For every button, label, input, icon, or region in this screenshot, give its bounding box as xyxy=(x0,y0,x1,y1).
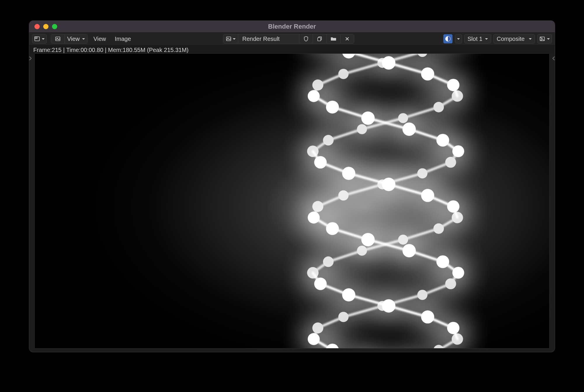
color-management-dropdown[interactable] xyxy=(455,34,462,43)
svg-point-139 xyxy=(402,123,416,136)
render-image xyxy=(35,54,549,348)
expand-sidebar-right-icon xyxy=(552,56,555,62)
svg-point-140 xyxy=(437,134,449,147)
svg-point-181 xyxy=(314,278,327,290)
render-pass-selector[interactable]: Composite xyxy=(493,34,535,43)
svg-point-147 xyxy=(452,267,464,279)
svg-point-180 xyxy=(447,200,459,212)
editor-type-selector[interactable] xyxy=(32,34,47,43)
window-controls xyxy=(34,24,57,29)
svg-point-142 xyxy=(308,212,320,224)
svg-point-175 xyxy=(447,79,459,91)
render-status-text: Frame:215 | Time:00:00.80 | Mem:180.55M … xyxy=(33,47,189,53)
mode-view-group: View xyxy=(51,34,88,43)
color-management-icon xyxy=(445,36,451,42)
image-name-field[interactable]: Render Result xyxy=(238,34,299,43)
svg-point-184 xyxy=(421,310,434,323)
svg-point-148 xyxy=(308,333,320,345)
shield-icon xyxy=(303,36,309,42)
svg-point-146 xyxy=(437,255,449,268)
svg-point-173 xyxy=(382,56,395,70)
titlebar: Blender Render xyxy=(29,21,555,32)
render-viewport[interactable] xyxy=(34,53,550,349)
zoom-window-button[interactable] xyxy=(52,24,57,29)
expand-toolbar-left-icon xyxy=(29,56,32,62)
duplicate-icon xyxy=(317,36,323,42)
view-menu[interactable]: View xyxy=(91,36,109,42)
minimize-window-button[interactable] xyxy=(43,24,48,29)
folder-icon xyxy=(330,36,337,42)
image-browse-icon xyxy=(226,36,232,42)
svg-rect-8 xyxy=(318,38,321,41)
channels-icon xyxy=(539,36,545,42)
close-icon xyxy=(345,36,350,41)
svg-point-141 xyxy=(452,145,464,157)
view-menu-label: View xyxy=(93,36,106,42)
fake-user-button[interactable] xyxy=(299,34,313,43)
window-title: Blender Render xyxy=(29,23,555,30)
image-name: Render Result xyxy=(242,36,280,42)
svg-point-174 xyxy=(421,67,434,81)
render-status-line: Frame:215 | Time:00:00.80 | Mem:180.55M … xyxy=(29,45,555,54)
svg-point-185 xyxy=(447,322,459,334)
image-menu-label: Image xyxy=(115,36,131,42)
display-channels-button[interactable] xyxy=(537,34,552,43)
image-editor-header: View View Image Render Result xyxy=(29,32,555,45)
render-slot-label: Slot 1 xyxy=(467,36,482,42)
svg-point-179 xyxy=(421,189,434,202)
render-pass-label: Composite xyxy=(497,36,525,42)
browse-image-button[interactable] xyxy=(223,34,238,43)
view-dropdown-label: View xyxy=(67,36,80,42)
svg-rect-17 xyxy=(35,54,549,348)
close-window-button[interactable] xyxy=(34,24,40,29)
render-window: Blender Render View xyxy=(29,20,555,352)
image-editor-icon xyxy=(34,36,40,42)
svg-point-144 xyxy=(361,233,375,246)
svg-point-143 xyxy=(326,222,339,235)
svg-point-136 xyxy=(308,90,320,102)
duplicate-image-button[interactable] xyxy=(313,34,326,43)
svg-point-137 xyxy=(326,101,339,114)
view-mode-icon xyxy=(55,36,61,42)
svg-rect-2 xyxy=(36,37,36,38)
svg-point-177 xyxy=(342,167,355,180)
svg-point-176 xyxy=(314,156,327,169)
svg-point-178 xyxy=(382,178,395,191)
unlink-image-button[interactable] xyxy=(340,34,354,43)
render-slot-selector[interactable]: Slot 1 xyxy=(464,34,491,43)
image-datablock: Render Result xyxy=(223,34,354,43)
svg-point-182 xyxy=(342,288,355,302)
svg-point-145 xyxy=(402,244,416,257)
display-mode-button[interactable] xyxy=(51,34,65,43)
view-dropdown-button[interactable]: View xyxy=(65,34,87,43)
image-menu[interactable]: Image xyxy=(112,36,134,42)
open-image-button[interactable] xyxy=(326,34,340,43)
svg-point-183 xyxy=(382,299,395,313)
svg-point-138 xyxy=(361,111,375,125)
color-management-button[interactable] xyxy=(443,34,453,43)
